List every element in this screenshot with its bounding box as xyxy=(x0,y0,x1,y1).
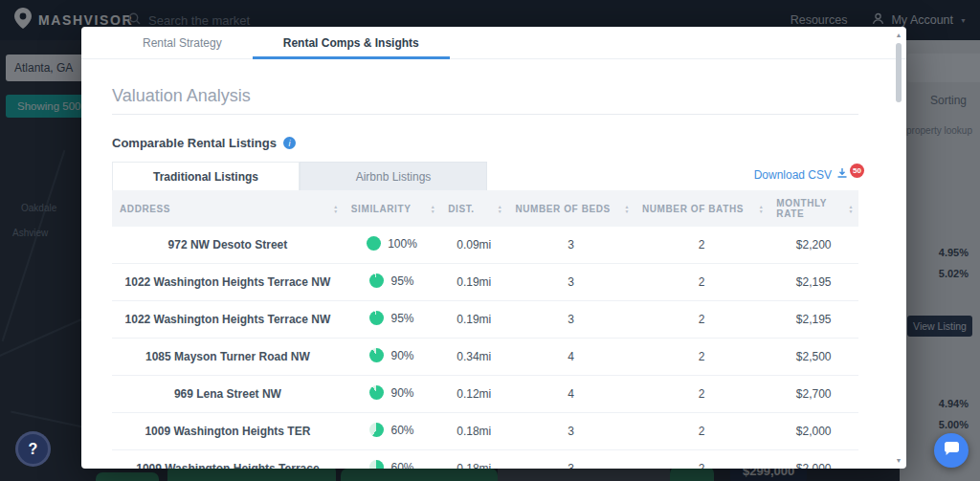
cell-similarity: 90% xyxy=(390,349,413,362)
comps-table-body: 972 NW Desoto Street 100% 0.09mi 3 2 $2,… xyxy=(112,227,858,469)
scroll-up-arrow[interactable]: ▲ xyxy=(896,31,902,39)
cell-rate: $2,195 xyxy=(768,301,858,339)
info-icon[interactable]: i xyxy=(283,137,296,149)
column-header[interactable]: MONTHLY RATE ▲▼ xyxy=(768,190,858,227)
cell-rate: $2,195 xyxy=(768,264,858,301)
cell-dist: 0.12mi xyxy=(440,376,507,413)
cell-baths: 2 xyxy=(635,450,768,470)
cell-address: 1022 Washington Heights Terrace NW xyxy=(112,301,344,339)
modal-tab-bar: Rental Strategy Rental Comps & Insights xyxy=(81,27,906,59)
table-row[interactable]: 969 Lena Street NW 90% 0.12mi 4 2 $2,700 xyxy=(112,376,858,413)
table-row[interactable]: 1022 Washington Heights Terrace NW 95% 0… xyxy=(112,264,858,301)
comps-table-head-row: ADDRESS ▲▼ SIMILARITY ▲▼ DIST. ▲▼ NUMBER… xyxy=(112,190,858,227)
chat-widget-button[interactable] xyxy=(934,433,969,468)
cell-beds: 3 xyxy=(507,413,635,450)
cell-address: 1022 Washington Heights Terrace NW xyxy=(112,264,344,301)
cell-similarity: 90% xyxy=(390,386,413,400)
cell-similarity: 95% xyxy=(390,312,413,325)
column-header[interactable]: NUMBER OF BATHS ▲▼ xyxy=(635,190,768,227)
cell-dist: 0.19mi xyxy=(440,264,507,301)
sort-icon[interactable]: ▲▼ xyxy=(498,205,503,213)
listing-type-tabs: Traditional Listings Airbnb Listings Dow… xyxy=(112,162,858,190)
scrollbar-track[interactable] xyxy=(895,39,902,465)
sort-icon[interactable]: ▲▼ xyxy=(624,205,630,213)
cell-beds: 3 xyxy=(507,227,635,264)
sort-icon[interactable]: ▲▼ xyxy=(431,205,436,213)
similarity-pie-icon xyxy=(369,385,384,400)
tab-rental-strategy[interactable]: Rental Strategy xyxy=(112,27,253,58)
table-row[interactable]: 1009 Washington Heights Terrace 60% 0.18… xyxy=(112,450,858,470)
comparable-listings-table: ADDRESS ▲▼ SIMILARITY ▲▼ DIST. ▲▼ NUMBER… xyxy=(112,190,858,469)
cell-similarity: 95% xyxy=(390,274,413,288)
cell-dist: 0.18mi xyxy=(440,413,507,450)
cell-beds: 4 xyxy=(507,339,635,376)
cell-rate: $2,500 xyxy=(768,339,858,376)
cell-beds: 4 xyxy=(507,376,635,413)
table-row[interactable]: 1085 Mayson Turner Road NW 90% 0.34mi 4 … xyxy=(112,339,858,376)
cell-dist: 0.34mi xyxy=(440,339,507,376)
cell-beds: 3 xyxy=(507,264,635,301)
column-header[interactable]: NUMBER OF BEDS ▲▼ xyxy=(507,190,635,227)
cell-beds: 3 xyxy=(507,301,635,339)
similarity-pie-icon xyxy=(369,423,384,437)
download-csv-label: Download CSV xyxy=(754,168,832,182)
cell-dist: 0.19mi xyxy=(440,301,507,339)
table-row[interactable]: 972 NW Desoto Street 100% 0.09mi 3 2 $2,… xyxy=(112,227,858,264)
cell-rate: $2,000 xyxy=(768,413,858,450)
rental-analysis-modal: Rental Strategy Rental Comps & Insights … xyxy=(81,27,906,469)
cell-dist: 0.18mi xyxy=(440,450,507,470)
section-divider xyxy=(112,114,858,115)
csv-count-badge: 50 xyxy=(850,164,864,178)
tab-rental-comps-insights[interactable]: Rental Comps & Insights xyxy=(253,27,450,58)
chat-bubble-icon xyxy=(944,442,960,460)
table-row[interactable]: 1009 Washington Heights TER 60% 0.18mi 3… xyxy=(112,413,858,450)
modal-scrollbar[interactable]: ▲ ▼ xyxy=(894,31,903,465)
cell-rate: $2,700 xyxy=(768,376,858,413)
cell-similarity: 100% xyxy=(388,237,417,251)
cell-address: 1085 Mayson Turner Road NW xyxy=(112,339,344,376)
similarity-pie-icon xyxy=(369,311,384,325)
tab-airbnb-listings[interactable]: Airbnb Listings xyxy=(300,162,487,190)
sort-icon[interactable]: ▲▼ xyxy=(333,205,339,213)
cell-baths: 2 xyxy=(635,376,768,413)
comparable-listings-header: Comparable Rental Listings i xyxy=(112,136,858,150)
column-header[interactable]: ADDRESS ▲▼ xyxy=(112,190,344,227)
cell-address: 1009 Washington Heights Terrace xyxy=(112,450,344,470)
cell-address: 1009 Washington Heights TER xyxy=(112,413,344,450)
tab-traditional-listings[interactable]: Traditional Listings xyxy=(112,162,300,190)
cell-baths: 2 xyxy=(635,264,768,301)
similarity-pie-icon xyxy=(369,460,384,469)
cell-similarity: 60% xyxy=(390,461,413,470)
column-header[interactable]: SIMILARITY ▲▼ xyxy=(344,190,440,227)
cell-similarity: 60% xyxy=(390,424,413,437)
cell-rate: $2,200 xyxy=(768,227,858,264)
download-icon xyxy=(836,167,848,182)
modal-body: Valuation Analysis Comparable Rental Lis… xyxy=(81,86,906,469)
similarity-pie-icon xyxy=(367,236,381,251)
cell-baths: 2 xyxy=(635,301,768,339)
cell-address: 969 Lena Street NW xyxy=(112,376,344,413)
valuation-analysis-title: Valuation Analysis xyxy=(112,86,858,106)
sort-icon[interactable]: ▲▼ xyxy=(848,205,854,213)
table-row[interactable]: 1022 Washington Heights Terrace NW 95% 0… xyxy=(112,301,858,339)
sort-icon[interactable]: ▲▼ xyxy=(759,205,765,213)
cell-baths: 2 xyxy=(635,413,768,450)
scrollbar-thumb[interactable] xyxy=(896,43,902,102)
comparable-listings-title: Comparable Rental Listings xyxy=(112,136,277,150)
column-header[interactable]: DIST. ▲▼ xyxy=(440,190,507,227)
help-button[interactable]: ? xyxy=(15,431,51,467)
cell-baths: 2 xyxy=(635,227,768,264)
cell-dist: 0.09mi xyxy=(440,227,507,264)
similarity-pie-icon xyxy=(369,273,384,288)
cell-beds: 3 xyxy=(507,450,635,470)
scroll-down-arrow[interactable]: ▼ xyxy=(896,456,902,465)
cell-baths: 2 xyxy=(635,339,768,376)
similarity-pie-icon xyxy=(369,348,384,362)
cell-address: 972 NW Desoto Street xyxy=(112,227,344,264)
download-csv-link[interactable]: Download CSV 50 xyxy=(754,167,864,182)
cell-rate: $2,000 xyxy=(768,450,858,470)
app-root: MASHVISOR Search the market Resources My… xyxy=(0,0,980,481)
